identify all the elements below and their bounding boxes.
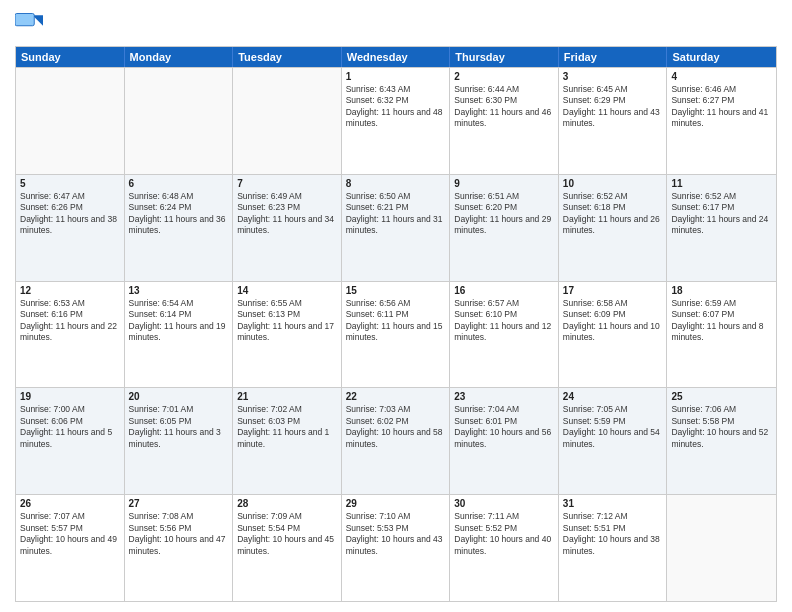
day-number: 15 <box>346 285 446 296</box>
day-info: Sunrise: 6:54 AMSunset: 6:14 PMDaylight:… <box>129 298 229 344</box>
day-info: Sunrise: 6:48 AMSunset: 6:24 PMDaylight:… <box>129 191 229 237</box>
day-info: Sunrise: 7:04 AMSunset: 6:01 PMDaylight:… <box>454 404 554 450</box>
cal-header-saturday: Saturday <box>667 47 776 67</box>
cal-header-friday: Friday <box>559 47 668 67</box>
cal-cell-day-18: 18Sunrise: 6:59 AMSunset: 6:07 PMDayligh… <box>667 282 776 388</box>
day-number: 17 <box>563 285 663 296</box>
cal-cell-day-4: 4Sunrise: 6:46 AMSunset: 6:27 PMDaylight… <box>667 68 776 174</box>
day-info: Sunrise: 7:10 AMSunset: 5:53 PMDaylight:… <box>346 511 446 557</box>
day-number: 27 <box>129 498 229 509</box>
day-info: Sunrise: 6:59 AMSunset: 6:07 PMDaylight:… <box>671 298 772 344</box>
day-info: Sunrise: 7:12 AMSunset: 5:51 PMDaylight:… <box>563 511 663 557</box>
cal-cell-day-12: 12Sunrise: 6:53 AMSunset: 6:16 PMDayligh… <box>16 282 125 388</box>
cal-cell-day-2: 2Sunrise: 6:44 AMSunset: 6:30 PMDaylight… <box>450 68 559 174</box>
day-number: 10 <box>563 178 663 189</box>
day-info: Sunrise: 6:49 AMSunset: 6:23 PMDaylight:… <box>237 191 337 237</box>
cal-header-thursday: Thursday <box>450 47 559 67</box>
cal-cell-day-28: 28Sunrise: 7:09 AMSunset: 5:54 PMDayligh… <box>233 495 342 601</box>
cal-header-wednesday: Wednesday <box>342 47 451 67</box>
cal-header-monday: Monday <box>125 47 234 67</box>
day-number: 19 <box>20 391 120 402</box>
cal-cell-day-10: 10Sunrise: 6:52 AMSunset: 6:18 PMDayligh… <box>559 175 668 281</box>
cal-cell-day-17: 17Sunrise: 6:58 AMSunset: 6:09 PMDayligh… <box>559 282 668 388</box>
cal-cell-day-27: 27Sunrise: 7:08 AMSunset: 5:56 PMDayligh… <box>125 495 234 601</box>
calendar: SundayMondayTuesdayWednesdayThursdayFrid… <box>15 46 777 602</box>
cal-cell-day-25: 25Sunrise: 7:06 AMSunset: 5:58 PMDayligh… <box>667 388 776 494</box>
cal-cell-empty <box>667 495 776 601</box>
day-number: 1 <box>346 71 446 82</box>
day-info: Sunrise: 7:01 AMSunset: 6:05 PMDaylight:… <box>129 404 229 450</box>
day-number: 18 <box>671 285 772 296</box>
day-number: 23 <box>454 391 554 402</box>
day-number: 7 <box>237 178 337 189</box>
day-info: Sunrise: 7:06 AMSunset: 5:58 PMDaylight:… <box>671 404 772 450</box>
day-number: 12 <box>20 285 120 296</box>
day-info: Sunrise: 6:45 AMSunset: 6:29 PMDaylight:… <box>563 84 663 130</box>
cal-cell-day-29: 29Sunrise: 7:10 AMSunset: 5:53 PMDayligh… <box>342 495 451 601</box>
cal-cell-day-3: 3Sunrise: 6:45 AMSunset: 6:29 PMDaylight… <box>559 68 668 174</box>
day-info: Sunrise: 7:00 AMSunset: 6:06 PMDaylight:… <box>20 404 120 450</box>
cal-cell-day-15: 15Sunrise: 6:56 AMSunset: 6:11 PMDayligh… <box>342 282 451 388</box>
day-info: Sunrise: 6:44 AMSunset: 6:30 PMDaylight:… <box>454 84 554 130</box>
day-info: Sunrise: 6:58 AMSunset: 6:09 PMDaylight:… <box>563 298 663 344</box>
day-number: 28 <box>237 498 337 509</box>
day-number: 9 <box>454 178 554 189</box>
day-number: 2 <box>454 71 554 82</box>
cal-cell-empty <box>233 68 342 174</box>
day-number: 29 <box>346 498 446 509</box>
day-number: 30 <box>454 498 554 509</box>
cal-cell-day-1: 1Sunrise: 6:43 AMSunset: 6:32 PMDaylight… <box>342 68 451 174</box>
logo-icon <box>15 10 43 38</box>
cal-cell-day-11: 11Sunrise: 6:52 AMSunset: 6:17 PMDayligh… <box>667 175 776 281</box>
day-number: 31 <box>563 498 663 509</box>
calendar-body: 1Sunrise: 6:43 AMSunset: 6:32 PMDaylight… <box>16 67 776 601</box>
day-info: Sunrise: 6:55 AMSunset: 6:13 PMDaylight:… <box>237 298 337 344</box>
cal-cell-day-26: 26Sunrise: 7:07 AMSunset: 5:57 PMDayligh… <box>16 495 125 601</box>
day-number: 8 <box>346 178 446 189</box>
day-info: Sunrise: 7:03 AMSunset: 6:02 PMDaylight:… <box>346 404 446 450</box>
day-info: Sunrise: 7:02 AMSunset: 6:03 PMDaylight:… <box>237 404 337 450</box>
cal-cell-day-5: 5Sunrise: 6:47 AMSunset: 6:26 PMDaylight… <box>16 175 125 281</box>
day-number: 6 <box>129 178 229 189</box>
day-number: 11 <box>671 178 772 189</box>
cal-cell-day-8: 8Sunrise: 6:50 AMSunset: 6:21 PMDaylight… <box>342 175 451 281</box>
cal-header-tuesday: Tuesday <box>233 47 342 67</box>
page: SundayMondayTuesdayWednesdayThursdayFrid… <box>0 0 792 612</box>
header <box>15 10 777 38</box>
cal-row-1: 5Sunrise: 6:47 AMSunset: 6:26 PMDaylight… <box>16 174 776 281</box>
cal-cell-day-30: 30Sunrise: 7:11 AMSunset: 5:52 PMDayligh… <box>450 495 559 601</box>
day-number: 14 <box>237 285 337 296</box>
cal-row-3: 19Sunrise: 7:00 AMSunset: 6:06 PMDayligh… <box>16 387 776 494</box>
logo <box>15 10 47 38</box>
day-info: Sunrise: 6:52 AMSunset: 6:17 PMDaylight:… <box>671 191 772 237</box>
cal-cell-day-9: 9Sunrise: 6:51 AMSunset: 6:20 PMDaylight… <box>450 175 559 281</box>
day-number: 22 <box>346 391 446 402</box>
day-info: Sunrise: 6:51 AMSunset: 6:20 PMDaylight:… <box>454 191 554 237</box>
cal-cell-day-13: 13Sunrise: 6:54 AMSunset: 6:14 PMDayligh… <box>125 282 234 388</box>
calendar-header-row: SundayMondayTuesdayWednesdayThursdayFrid… <box>16 47 776 67</box>
day-number: 13 <box>129 285 229 296</box>
cal-cell-day-16: 16Sunrise: 6:57 AMSunset: 6:10 PMDayligh… <box>450 282 559 388</box>
day-number: 21 <box>237 391 337 402</box>
day-number: 3 <box>563 71 663 82</box>
cal-cell-day-14: 14Sunrise: 6:55 AMSunset: 6:13 PMDayligh… <box>233 282 342 388</box>
day-info: Sunrise: 7:09 AMSunset: 5:54 PMDaylight:… <box>237 511 337 557</box>
day-info: Sunrise: 6:56 AMSunset: 6:11 PMDaylight:… <box>346 298 446 344</box>
cal-cell-empty <box>16 68 125 174</box>
day-info: Sunrise: 6:52 AMSunset: 6:18 PMDaylight:… <box>563 191 663 237</box>
day-info: Sunrise: 7:07 AMSunset: 5:57 PMDaylight:… <box>20 511 120 557</box>
cal-cell-day-22: 22Sunrise: 7:03 AMSunset: 6:02 PMDayligh… <box>342 388 451 494</box>
day-info: Sunrise: 6:50 AMSunset: 6:21 PMDaylight:… <box>346 191 446 237</box>
day-number: 25 <box>671 391 772 402</box>
day-info: Sunrise: 6:53 AMSunset: 6:16 PMDaylight:… <box>20 298 120 344</box>
cal-cell-day-21: 21Sunrise: 7:02 AMSunset: 6:03 PMDayligh… <box>233 388 342 494</box>
day-number: 20 <box>129 391 229 402</box>
day-info: Sunrise: 7:11 AMSunset: 5:52 PMDaylight:… <box>454 511 554 557</box>
day-info: Sunrise: 6:47 AMSunset: 6:26 PMDaylight:… <box>20 191 120 237</box>
day-info: Sunrise: 7:08 AMSunset: 5:56 PMDaylight:… <box>129 511 229 557</box>
day-info: Sunrise: 6:46 AMSunset: 6:27 PMDaylight:… <box>671 84 772 130</box>
cal-row-4: 26Sunrise: 7:07 AMSunset: 5:57 PMDayligh… <box>16 494 776 601</box>
cal-cell-day-7: 7Sunrise: 6:49 AMSunset: 6:23 PMDaylight… <box>233 175 342 281</box>
cal-row-2: 12Sunrise: 6:53 AMSunset: 6:16 PMDayligh… <box>16 281 776 388</box>
cal-cell-day-31: 31Sunrise: 7:12 AMSunset: 5:51 PMDayligh… <box>559 495 668 601</box>
